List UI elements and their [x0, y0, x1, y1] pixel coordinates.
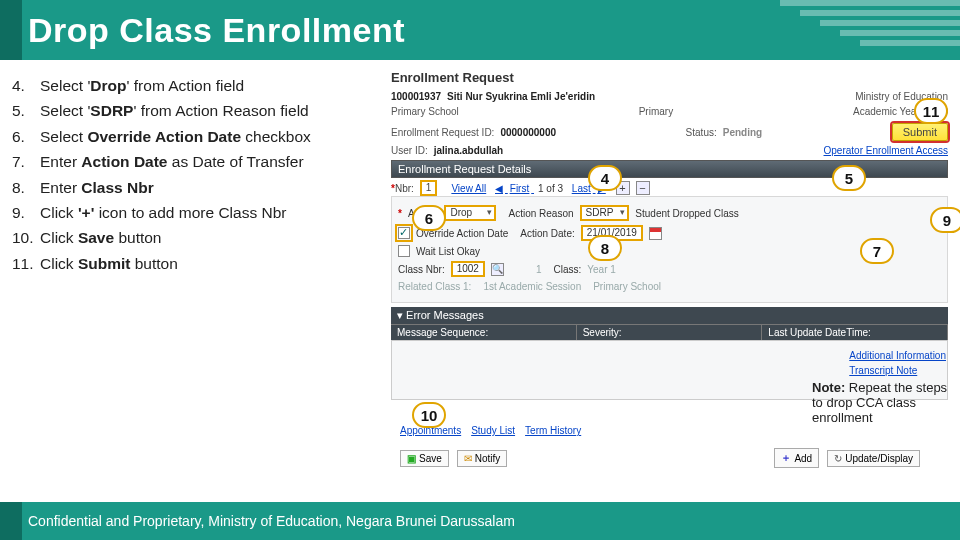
- school-type: Primary School: [391, 106, 459, 117]
- save-button[interactable]: ▣Save: [400, 450, 449, 467]
- calendar-icon[interactable]: [649, 227, 662, 240]
- side-links: Additional Information Transcript Note: [849, 350, 946, 376]
- class-value: Year 1: [587, 264, 616, 275]
- instruction-step: 10.Click Save button: [12, 228, 377, 247]
- instruction-step: 9.Click '+' icon to add more Class Nbr: [12, 203, 377, 222]
- institution-label: Primary School: [593, 281, 661, 292]
- plus-icon: ＋: [781, 451, 791, 465]
- section-num: 1: [536, 264, 542, 275]
- refresh-icon: ↻: [834, 453, 842, 464]
- reqid-value: 0000000000: [500, 127, 556, 138]
- add-button[interactable]: ＋Add: [774, 448, 819, 468]
- notify-button[interactable]: ✉Notify: [457, 450, 508, 467]
- session-label: 1st Academic Session: [483, 281, 581, 292]
- nbr-input[interactable]: 1: [420, 180, 438, 196]
- page-title: Drop Class Enrollment: [28, 11, 405, 50]
- callout-6: 6: [412, 205, 446, 231]
- submit-button[interactable]: Submit: [892, 123, 948, 141]
- user-value: jalina.abdullah: [434, 145, 503, 156]
- update-button[interactable]: ↻Update/Display: [827, 450, 920, 467]
- screenshot-panel: Enrollment Request 100001937 Siti Nur Sy…: [385, 60, 960, 400]
- classnbr-input[interactable]: 1002: [451, 261, 485, 277]
- student-name: Siti Nur Syukrina Emli Je'eridin: [447, 91, 595, 102]
- user-label: User ID:: [391, 145, 428, 156]
- instruction-step: 7.Enter Action Date as Date of Transfer: [12, 152, 377, 171]
- header-accent: [0, 0, 22, 60]
- callout-4: 4: [588, 165, 622, 191]
- additional-info-link[interactable]: Additional Information: [849, 350, 946, 361]
- related-label: Related Class 1:: [398, 281, 471, 292]
- action-date-label: Action Date:: [520, 228, 574, 239]
- student-id: 100001937: [391, 91, 441, 102]
- nbr-label: **Nbr:Nbr:: [391, 183, 414, 194]
- status-value: Pending: [723, 127, 762, 138]
- year-label: Academic Year: [853, 106, 920, 117]
- delete-row-icon[interactable]: −: [636, 181, 650, 195]
- error-header[interactable]: Error Messages: [391, 307, 948, 324]
- callout-10: 10: [412, 402, 446, 428]
- action-select[interactable]: Drop: [444, 205, 496, 221]
- lookup-icon[interactable]: 🔍: [491, 263, 504, 276]
- reqid-label: Enrollment Request ID:: [391, 127, 494, 138]
- first-link[interactable]: ◀ First: [493, 183, 534, 194]
- classnbr-label: Class Nbr:: [398, 264, 445, 275]
- notify-icon: ✉: [464, 453, 472, 464]
- repeat-note: Note: Repeat the steps to drop CCA class…: [812, 380, 952, 425]
- instruction-step: 11.Click Submit button: [12, 254, 377, 273]
- callout-8: 8: [588, 235, 622, 261]
- term-label: Primary: [639, 106, 673, 117]
- grid-nav: View All ◀ First 1 of 3 Last ▶: [449, 183, 609, 194]
- waitlist-checkbox[interactable]: [398, 245, 410, 257]
- slide-header: Drop Class Enrollment: [0, 0, 960, 60]
- instruction-step: 5.Select 'SDRP' from Action Reason field: [12, 101, 377, 120]
- reason-label: Action Reason: [508, 208, 573, 219]
- bottom-link[interactable]: Study List: [471, 425, 515, 436]
- instruction-step: 6.Select Override Action Date checkbox: [12, 127, 377, 146]
- callout-9: 9: [930, 207, 960, 233]
- slide-footer: Confidential and Proprietary, Ministry o…: [0, 502, 960, 540]
- view-all-link[interactable]: View All: [451, 183, 486, 194]
- instruction-step: 4.Select 'Drop' from Action field: [12, 76, 377, 95]
- transcript-note-link[interactable]: Transcript Note: [849, 365, 946, 376]
- class-label: Class:: [554, 264, 582, 275]
- instruction-step: 8.Enter Class Nbr: [12, 178, 377, 197]
- error-column-header: Last Update DateTime:: [762, 325, 948, 340]
- panel-title: Enrollment Request: [391, 70, 948, 85]
- waitlist-label: Wait List Okay: [416, 246, 480, 257]
- range-text: 1 of 3: [538, 183, 563, 194]
- header-decoration: [760, 0, 960, 60]
- callout-5: 5: [832, 165, 866, 191]
- action-reason-select[interactable]: SDRP: [580, 205, 630, 221]
- override-checkbox[interactable]: [398, 227, 410, 239]
- status-label: Status:: [686, 127, 717, 138]
- save-icon: ▣: [407, 453, 416, 464]
- error-column-header: Severity:: [577, 325, 763, 340]
- operator-access-link[interactable]: Operator Enrollment Access: [824, 145, 949, 156]
- callout-7: 7: [860, 238, 894, 264]
- action-button-row: ▣Save ✉Notify ＋Add ↻Update/Display: [400, 448, 920, 468]
- bottom-link[interactable]: Term History: [525, 425, 581, 436]
- reason-text: Student Dropped Class: [635, 208, 738, 219]
- error-column-header: Message Sequence:: [391, 325, 577, 340]
- footer-text: Confidential and Proprietary, Ministry o…: [28, 513, 515, 529]
- instruction-panel: 4.Select 'Drop' from Action field5.Selec…: [0, 60, 385, 400]
- callout-11: 11: [914, 98, 948, 124]
